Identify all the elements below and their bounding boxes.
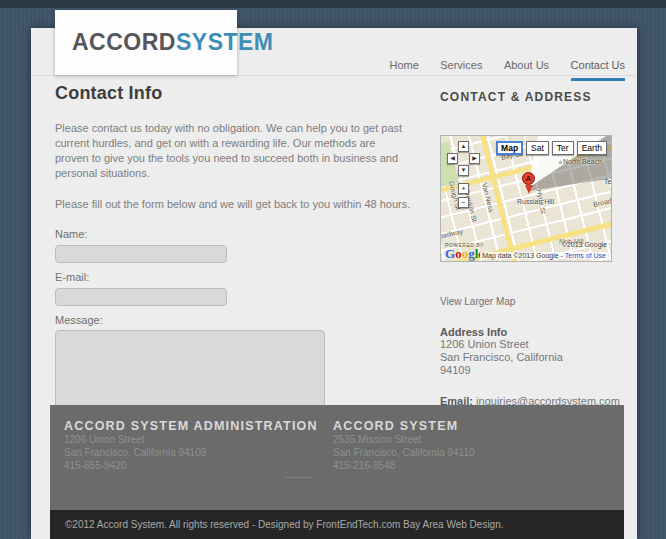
map-pan-left-button[interactable]: ◀ [447,153,458,164]
address-info-heading: Address Info [440,326,625,338]
map-marker-tail [525,185,533,194]
google-logo-word: Google [445,248,484,259]
nav-item-home[interactable]: Home [389,59,418,71]
map-type-earth-button[interactable]: Earth [577,141,607,155]
footer-divider [285,477,313,478]
page-container: ACCORDSYSTEM Home Services About Us Cont… [31,28,637,539]
top-accent-bar [0,0,666,8]
map-label-north-beach: North Beach [559,158,602,165]
nav-item-contact-us[interactable]: Contact Us [571,59,625,81]
view-larger-map-link[interactable]: View Larger Map [440,296,625,307]
footer-line: San Francisco, California 94110 [333,446,475,459]
address-line: San Francisco, California [440,351,625,364]
logo-text-accord: ACCORD [72,29,176,55]
map-zoom-in-button[interactable]: + [458,183,469,194]
map-marker-a[interactable]: A [522,172,535,194]
footer-column-title: ACCORD SYSTEM [333,419,475,433]
footer: ACCORD SYSTEM ADMINISTRATION 1206 Union … [50,405,624,510]
copyright-bar: ©2012 Accord System. All rights reserved… [50,510,624,539]
logo[interactable]: ACCORDSYSTEM [55,10,237,75]
footer-column-administration: ACCORD SYSTEM ADMINISTRATION 1206 Union … [64,419,318,472]
main-nav: Home Services About Us Contact Us [372,55,625,73]
map-poi-dot [559,161,562,164]
contact-address-title: CONTACT & ADDRESS [440,90,625,104]
map-pan-right-button[interactable]: ▶ [469,153,480,164]
copyright-text: ©2012 Accord System. All rights reserved… [50,510,504,539]
footer-line: 415-216-9548 [333,459,475,472]
map-pan-control: ▲ ◀ ▶ ▼ + − [447,141,481,211]
map-marker-letter: A [522,172,535,185]
email-input[interactable] [55,288,227,306]
footer-line: 2535 Mission Street [333,433,475,446]
contact-address-section: CONTACT & ADDRESS Bay St North Beach Rus… [440,83,625,421]
nav-item-about-us[interactable]: About Us [504,59,549,71]
map-pan-down-button[interactable]: ▼ [458,165,469,176]
address-line: 1206 Union Street [440,338,625,351]
footer-line: 415-655-9420 [64,459,318,472]
map-zoom-out-button[interactable]: − [458,197,469,208]
message-label: Message: [55,314,417,326]
map-type-sat-button[interactable]: Sat [526,141,549,155]
footer-line: 1206 Union Street [64,433,318,446]
map-data-attribution: Map data ©2013 Google - [482,252,563,259]
footer-column-title: ACCORD SYSTEM ADMINISTRATION [64,419,318,433]
terms-of-use-link[interactable]: Terms of Use [565,252,606,259]
map-pan-up-button[interactable]: ▲ [458,141,469,152]
name-label: Name: [55,228,417,240]
map-label-russian-hill: Russian Hill [517,198,554,205]
map-type-switcher: Map Sat Ter Earth [493,141,607,155]
map-copyright-short: ©2013 Google [562,241,607,248]
name-input[interactable] [55,245,227,263]
footer-line: San Francisco, California 94109 [64,446,318,459]
map-label-telegraph: Tel [604,178,612,185]
footer-column-accord-system: ACCORD SYSTEM 2535 Mission Street San Fr… [333,419,475,472]
map-type-map-button[interactable]: Map [496,141,523,155]
header-divider [31,75,637,76]
map-copyright-long: Map data ©2013 Google - Terms of Use [480,252,608,259]
email-label: E-mail: [55,271,417,283]
address-line: 94109 [440,364,625,377]
page-title: Contact Info [55,83,417,104]
map-type-ter-button[interactable]: Ter [552,141,574,155]
google-logo[interactable]: POWERED BY Google [445,242,484,259]
google-map[interactable]: Bay St North Beach Russian Hill Nob Hill… [440,135,612,262]
logo-text-system: SYSTEM [176,29,274,55]
form-note: Please fill out the form below and we wi… [55,197,411,212]
nav-item-services[interactable]: Services [440,59,482,71]
map-label-north-beach-text: North Beach [563,158,602,165]
intro-paragraph: Please contact us today with no obligati… [55,121,411,181]
